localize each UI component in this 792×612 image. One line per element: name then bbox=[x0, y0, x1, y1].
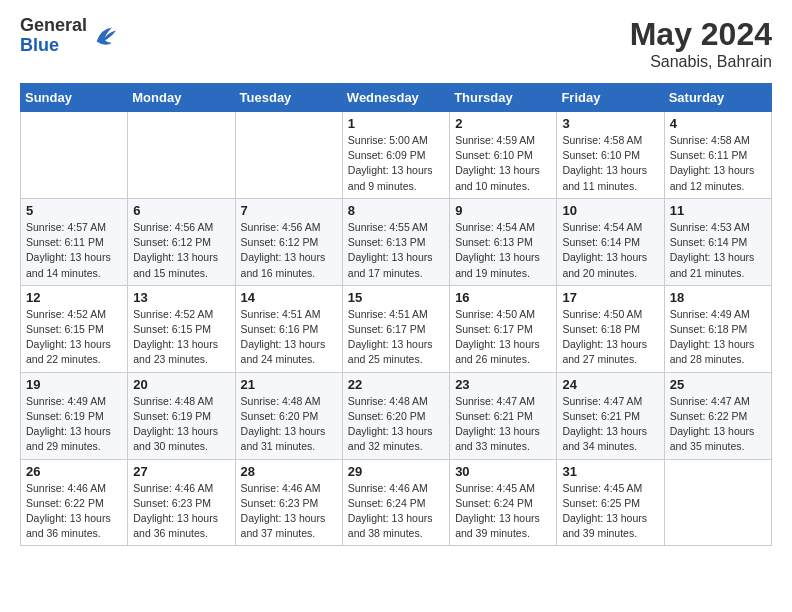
calendar-cell: 27Sunrise: 4:46 AM Sunset: 6:23 PM Dayli… bbox=[128, 459, 235, 546]
day-number: 9 bbox=[455, 203, 551, 218]
day-info: Sunrise: 4:46 AM Sunset: 6:23 PM Dayligh… bbox=[241, 481, 337, 542]
day-info: Sunrise: 4:52 AM Sunset: 6:15 PM Dayligh… bbox=[133, 307, 229, 368]
day-number: 22 bbox=[348, 377, 444, 392]
day-info: Sunrise: 4:48 AM Sunset: 6:19 PM Dayligh… bbox=[133, 394, 229, 455]
month-year-title: May 2024 bbox=[630, 16, 772, 53]
calendar-cell: 7Sunrise: 4:56 AM Sunset: 6:12 PM Daylig… bbox=[235, 198, 342, 285]
day-info: Sunrise: 4:54 AM Sunset: 6:14 PM Dayligh… bbox=[562, 220, 658, 281]
calendar-cell: 15Sunrise: 4:51 AM Sunset: 6:17 PM Dayli… bbox=[342, 285, 449, 372]
calendar-cell: 31Sunrise: 4:45 AM Sunset: 6:25 PM Dayli… bbox=[557, 459, 664, 546]
calendar-cell bbox=[128, 112, 235, 199]
day-info: Sunrise: 4:55 AM Sunset: 6:13 PM Dayligh… bbox=[348, 220, 444, 281]
day-number: 7 bbox=[241, 203, 337, 218]
day-info: Sunrise: 4:52 AM Sunset: 6:15 PM Dayligh… bbox=[26, 307, 122, 368]
day-info: Sunrise: 4:56 AM Sunset: 6:12 PM Dayligh… bbox=[133, 220, 229, 281]
day-number: 25 bbox=[670, 377, 766, 392]
day-number: 11 bbox=[670, 203, 766, 218]
day-info: Sunrise: 4:45 AM Sunset: 6:25 PM Dayligh… bbox=[562, 481, 658, 542]
calendar-week-row: 12Sunrise: 4:52 AM Sunset: 6:15 PM Dayli… bbox=[21, 285, 772, 372]
day-info: Sunrise: 4:48 AM Sunset: 6:20 PM Dayligh… bbox=[348, 394, 444, 455]
day-number: 5 bbox=[26, 203, 122, 218]
weekday-header-sunday: Sunday bbox=[21, 84, 128, 112]
day-info: Sunrise: 5:00 AM Sunset: 6:09 PM Dayligh… bbox=[348, 133, 444, 194]
calendar-cell: 21Sunrise: 4:48 AM Sunset: 6:20 PM Dayli… bbox=[235, 372, 342, 459]
day-info: Sunrise: 4:57 AM Sunset: 6:11 PM Dayligh… bbox=[26, 220, 122, 281]
calendar-cell: 9Sunrise: 4:54 AM Sunset: 6:13 PM Daylig… bbox=[450, 198, 557, 285]
day-info: Sunrise: 4:49 AM Sunset: 6:18 PM Dayligh… bbox=[670, 307, 766, 368]
day-number: 27 bbox=[133, 464, 229, 479]
logo-general: General bbox=[20, 16, 87, 36]
calendar-cell: 24Sunrise: 4:47 AM Sunset: 6:21 PM Dayli… bbox=[557, 372, 664, 459]
calendar-header-row: SundayMondayTuesdayWednesdayThursdayFrid… bbox=[21, 84, 772, 112]
day-info: Sunrise: 4:48 AM Sunset: 6:20 PM Dayligh… bbox=[241, 394, 337, 455]
day-info: Sunrise: 4:47 AM Sunset: 6:22 PM Dayligh… bbox=[670, 394, 766, 455]
calendar-cell: 28Sunrise: 4:46 AM Sunset: 6:23 PM Dayli… bbox=[235, 459, 342, 546]
title-block: May 2024 Sanabis, Bahrain bbox=[630, 16, 772, 71]
day-info: Sunrise: 4:58 AM Sunset: 6:11 PM Dayligh… bbox=[670, 133, 766, 194]
calendar-week-row: 5Sunrise: 4:57 AM Sunset: 6:11 PM Daylig… bbox=[21, 198, 772, 285]
weekday-header-monday: Monday bbox=[128, 84, 235, 112]
calendar-cell: 18Sunrise: 4:49 AM Sunset: 6:18 PM Dayli… bbox=[664, 285, 771, 372]
day-number: 18 bbox=[670, 290, 766, 305]
page: General Blue May 2024 Sanabis, Bahrain S… bbox=[0, 0, 792, 562]
weekday-header-friday: Friday bbox=[557, 84, 664, 112]
day-number: 19 bbox=[26, 377, 122, 392]
calendar-cell: 22Sunrise: 4:48 AM Sunset: 6:20 PM Dayli… bbox=[342, 372, 449, 459]
day-info: Sunrise: 4:49 AM Sunset: 6:19 PM Dayligh… bbox=[26, 394, 122, 455]
calendar-cell: 2Sunrise: 4:59 AM Sunset: 6:10 PM Daylig… bbox=[450, 112, 557, 199]
day-number: 24 bbox=[562, 377, 658, 392]
day-info: Sunrise: 4:46 AM Sunset: 6:23 PM Dayligh… bbox=[133, 481, 229, 542]
day-number: 8 bbox=[348, 203, 444, 218]
day-number: 17 bbox=[562, 290, 658, 305]
day-number: 31 bbox=[562, 464, 658, 479]
day-number: 16 bbox=[455, 290, 551, 305]
day-number: 3 bbox=[562, 116, 658, 131]
calendar-cell bbox=[21, 112, 128, 199]
day-number: 30 bbox=[455, 464, 551, 479]
day-info: Sunrise: 4:51 AM Sunset: 6:17 PM Dayligh… bbox=[348, 307, 444, 368]
weekday-header-wednesday: Wednesday bbox=[342, 84, 449, 112]
day-info: Sunrise: 4:50 AM Sunset: 6:18 PM Dayligh… bbox=[562, 307, 658, 368]
calendar-cell: 13Sunrise: 4:52 AM Sunset: 6:15 PM Dayli… bbox=[128, 285, 235, 372]
day-info: Sunrise: 4:47 AM Sunset: 6:21 PM Dayligh… bbox=[455, 394, 551, 455]
logo-blue: Blue bbox=[20, 36, 87, 56]
day-info: Sunrise: 4:51 AM Sunset: 6:16 PM Dayligh… bbox=[241, 307, 337, 368]
day-info: Sunrise: 4:45 AM Sunset: 6:24 PM Dayligh… bbox=[455, 481, 551, 542]
day-number: 1 bbox=[348, 116, 444, 131]
calendar-cell: 25Sunrise: 4:47 AM Sunset: 6:22 PM Dayli… bbox=[664, 372, 771, 459]
day-info: Sunrise: 4:46 AM Sunset: 6:24 PM Dayligh… bbox=[348, 481, 444, 542]
logo-bird-icon bbox=[91, 22, 119, 50]
calendar-cell: 6Sunrise: 4:56 AM Sunset: 6:12 PM Daylig… bbox=[128, 198, 235, 285]
calendar-cell: 1Sunrise: 5:00 AM Sunset: 6:09 PM Daylig… bbox=[342, 112, 449, 199]
day-info: Sunrise: 4:47 AM Sunset: 6:21 PM Dayligh… bbox=[562, 394, 658, 455]
weekday-header-tuesday: Tuesday bbox=[235, 84, 342, 112]
calendar-cell: 8Sunrise: 4:55 AM Sunset: 6:13 PM Daylig… bbox=[342, 198, 449, 285]
calendar-cell: 11Sunrise: 4:53 AM Sunset: 6:14 PM Dayli… bbox=[664, 198, 771, 285]
day-number: 26 bbox=[26, 464, 122, 479]
calendar-cell: 26Sunrise: 4:46 AM Sunset: 6:22 PM Dayli… bbox=[21, 459, 128, 546]
calendar-cell: 10Sunrise: 4:54 AM Sunset: 6:14 PM Dayli… bbox=[557, 198, 664, 285]
calendar-cell: 4Sunrise: 4:58 AM Sunset: 6:11 PM Daylig… bbox=[664, 112, 771, 199]
calendar-cell: 5Sunrise: 4:57 AM Sunset: 6:11 PM Daylig… bbox=[21, 198, 128, 285]
location-subtitle: Sanabis, Bahrain bbox=[630, 53, 772, 71]
day-info: Sunrise: 4:59 AM Sunset: 6:10 PM Dayligh… bbox=[455, 133, 551, 194]
calendar-cell: 14Sunrise: 4:51 AM Sunset: 6:16 PM Dayli… bbox=[235, 285, 342, 372]
calendar-cell: 20Sunrise: 4:48 AM Sunset: 6:19 PM Dayli… bbox=[128, 372, 235, 459]
day-info: Sunrise: 4:46 AM Sunset: 6:22 PM Dayligh… bbox=[26, 481, 122, 542]
day-info: Sunrise: 4:50 AM Sunset: 6:17 PM Dayligh… bbox=[455, 307, 551, 368]
calendar-cell: 17Sunrise: 4:50 AM Sunset: 6:18 PM Dayli… bbox=[557, 285, 664, 372]
day-number: 10 bbox=[562, 203, 658, 218]
day-info: Sunrise: 4:58 AM Sunset: 6:10 PM Dayligh… bbox=[562, 133, 658, 194]
calendar-cell: 29Sunrise: 4:46 AM Sunset: 6:24 PM Dayli… bbox=[342, 459, 449, 546]
day-info: Sunrise: 4:53 AM Sunset: 6:14 PM Dayligh… bbox=[670, 220, 766, 281]
day-number: 15 bbox=[348, 290, 444, 305]
day-number: 12 bbox=[26, 290, 122, 305]
calendar-cell bbox=[235, 112, 342, 199]
calendar-cell: 23Sunrise: 4:47 AM Sunset: 6:21 PM Dayli… bbox=[450, 372, 557, 459]
day-info: Sunrise: 4:54 AM Sunset: 6:13 PM Dayligh… bbox=[455, 220, 551, 281]
day-number: 14 bbox=[241, 290, 337, 305]
calendar-week-row: 1Sunrise: 5:00 AM Sunset: 6:09 PM Daylig… bbox=[21, 112, 772, 199]
calendar-week-row: 26Sunrise: 4:46 AM Sunset: 6:22 PM Dayli… bbox=[21, 459, 772, 546]
calendar-cell: 3Sunrise: 4:58 AM Sunset: 6:10 PM Daylig… bbox=[557, 112, 664, 199]
day-number: 21 bbox=[241, 377, 337, 392]
